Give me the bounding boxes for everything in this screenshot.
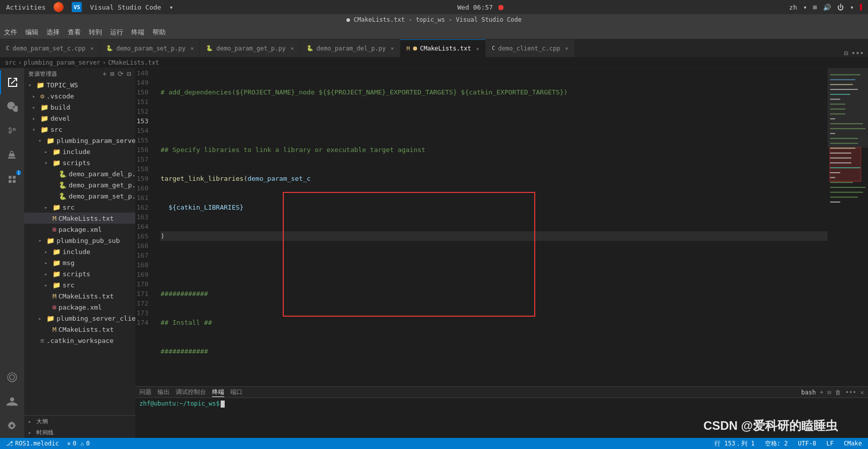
lang-dropdown-icon[interactable]: ▾: [803, 4, 807, 11]
firefox-icon[interactable]: [54, 2, 64, 12]
sidebar-root[interactable]: ▾ 📁 TOPIC_WS: [24, 79, 135, 90]
encoding[interactable]: UTF-8: [796, 438, 818, 449]
sidebar-item-demo-del[interactable]: ▸ 🐍 demo_param_del_p.py: [24, 168, 135, 179]
sidebar-item-vscode[interactable]: ▸ ⚙ .vscode: [24, 90, 135, 102]
terminal-close[interactable]: ✕: [860, 389, 864, 396]
language-mode[interactable]: CMake: [842, 438, 864, 449]
new-file-icon[interactable]: +: [103, 70, 107, 78]
collapse-icon[interactable]: ⊟: [127, 70, 131, 78]
breadcrumb-server[interactable]: plumbing_param_server: [24, 59, 100, 66]
outline-header[interactable]: ▸ 大纲: [24, 416, 135, 427]
settings-activity[interactable]: [0, 414, 24, 438]
sidebar-item-msg[interactable]: ▸ 📁 msg: [24, 257, 135, 268]
network-icon[interactable]: ⊞: [813, 4, 817, 11]
explorer-activity[interactable]: [0, 70, 24, 94]
sidebar-item-plumbing-pub-sub[interactable]: ▾ 📁 plumbing_pub_sub: [24, 235, 135, 246]
tab-demo-param-get-p[interactable]: 🐍 demo_param_get_p.py ✕: [200, 39, 300, 57]
sidebar-item-cmake2[interactable]: ▸ M CMakeLists.txt: [24, 290, 135, 302]
remote-activity[interactable]: [0, 365, 24, 389]
code-content[interactable]: # add_dependencies(${PROJECT_NAME}_node …: [157, 68, 828, 386]
app-dropdown[interactable]: ▾: [169, 4, 173, 11]
sidebar-item-catkin[interactable]: ▸ ≡ .catkin_workspace: [24, 335, 135, 346]
breadcrumb-file[interactable]: CMakeLists.txt: [108, 59, 159, 66]
root-label: TOPIC_WS: [46, 81, 78, 89]
git-branch[interactable]: ⎇ ROS1.melodic: [4, 438, 61, 449]
run-debug-activity[interactable]: [0, 143, 24, 167]
sidebar-item-include2[interactable]: ▸ 📁 include: [24, 246, 135, 257]
menu-select[interactable]: 选择: [46, 28, 60, 37]
tab-demo-client-c[interactable]: C demo_client_c.cpp ✕: [486, 39, 575, 57]
sidebar-item-server-client[interactable]: ▸ 📁 plumbing_server_client: [24, 313, 135, 324]
menu-help[interactable]: 帮助: [152, 28, 166, 37]
sidebar-item-package-xml[interactable]: ▸ ⊞ package.xml: [24, 224, 135, 235]
terminal-split[interactable]: ⊟: [828, 389, 831, 396]
menu-terminal[interactable]: 终端: [131, 28, 144, 37]
tab-close[interactable]: ✕: [190, 45, 193, 51]
panel-right: zh ▾ ⊞ 🔊 ⏻ ▾: [789, 4, 862, 11]
sidebar-item-cmake3[interactable]: ▸ M CMakeLists.txt: [24, 324, 135, 335]
activities-button[interactable]: Activities: [6, 4, 45, 11]
sidebar-item-src3[interactable]: ▸ 📁 src: [24, 279, 135, 290]
tab-demo-param-del-p[interactable]: 🐍 demo_param_del_p.py ✕: [300, 39, 400, 57]
terminal-tab-output[interactable]: 输出: [158, 388, 170, 396]
tab-cmakelists[interactable]: M CMakeLists.txt ✕: [400, 39, 486, 57]
sidebar-item-plumbing-param-server[interactable]: ▾ 📁 plumbing_param_server: [24, 135, 135, 146]
sidebar-item-include[interactable]: ▸ 📁 include: [24, 146, 135, 157]
terminal-dots[interactable]: •••: [845, 389, 856, 396]
sidebar-item-devel[interactable]: ▸ 📁 devel: [24, 113, 135, 124]
tab-close[interactable]: ✕: [291, 45, 294, 51]
tab-demo-param-set-c[interactable]: C demo_param_set_c.cpp ✕: [0, 39, 100, 57]
sidebar-item-cmakelists[interactable]: ▸ M CMakeLists.txt: [24, 213, 135, 224]
timeline-header[interactable]: ▸ 时间线: [24, 427, 135, 438]
item-arrow: ▸: [44, 271, 50, 277]
sidebar-item-src[interactable]: ▾ 📁 src: [24, 124, 135, 135]
sidebar-item-src2[interactable]: ▸ 📁 src: [24, 202, 135, 213]
terminal-content[interactable]: zhf@ubuntu:~/topic_ws$: [135, 398, 868, 410]
vscode-icon[interactable]: VS: [72, 2, 82, 12]
sidebar-item-build[interactable]: ▸ 📁 build: [24, 102, 135, 113]
tab-close[interactable]: ✕: [391, 45, 394, 51]
menu-run[interactable]: 运行: [110, 28, 123, 37]
terminal-trash[interactable]: 🗑: [835, 389, 841, 396]
menu-view[interactable]: 查看: [68, 28, 81, 37]
split-editor-icon[interactable]: ⊟: [844, 49, 848, 57]
errors-warnings[interactable]: ✕ 0 ⚠ 0: [65, 438, 92, 449]
sidebar-item-package2[interactable]: ▸ ⊞ package.xml: [24, 302, 135, 313]
breadcrumb-src[interactable]: src: [5, 59, 16, 66]
menu-edit[interactable]: 编辑: [25, 28, 38, 37]
tab-close[interactable]: ✕: [565, 45, 568, 51]
sound-icon[interactable]: 🔊: [823, 4, 831, 11]
menu-file[interactable]: 文件: [4, 28, 17, 37]
source-control-activity[interactable]: [0, 119, 24, 143]
sidebar-item-demo-set[interactable]: ▸ 🐍 demo_param_set_p.py: [24, 190, 135, 202]
cursor-position[interactable]: 行 153，列 1: [712, 438, 756, 449]
line-ending[interactable]: LF: [824, 438, 835, 449]
terminal-tab-ports[interactable]: 端口: [230, 388, 242, 396]
tab-close[interactable]: ✕: [476, 46, 479, 52]
tab-close[interactable]: ✕: [90, 45, 93, 51]
svg-rect-21: [830, 167, 860, 168]
search-activity[interactable]: [0, 94, 24, 119]
indentation[interactable]: 空格: 2: [763, 438, 790, 449]
terminal-new[interactable]: +: [820, 389, 824, 396]
menu-goto[interactable]: 转到: [89, 28, 102, 37]
power-icon[interactable]: ⏻: [837, 4, 844, 11]
extensions-activity[interactable]: 1: [0, 167, 24, 191]
item-label: plumbing_param_server: [57, 137, 135, 144]
terminal-tab-debug[interactable]: 调试控制台: [176, 388, 206, 396]
more-actions-icon[interactable]: •••: [851, 49, 864, 57]
settings-dropdown[interactable]: ▾: [850, 4, 854, 11]
refresh-icon[interactable]: ⟳: [118, 70, 124, 78]
sidebar-item-scripts2[interactable]: ▸ 📁 scripts: [24, 268, 135, 279]
tab-demo-param-set-p[interactable]: 🐍 demo_param_set_p.py ✕: [100, 39, 200, 57]
account-activity[interactable]: [0, 389, 24, 414]
sidebar-item-scripts[interactable]: ▾ 📁 scripts: [24, 157, 135, 168]
app-name[interactable]: Visual Studio Code: [90, 4, 161, 11]
item-label: include: [63, 248, 90, 256]
sidebar-item-demo-get[interactable]: ▸ 🐍 demo_param_get_p.py: [24, 179, 135, 190]
lang-indicator[interactable]: zh: [789, 4, 797, 11]
terminal-tab-terminal[interactable]: 终端: [212, 388, 224, 397]
terminal-tab-problems[interactable]: 问题: [139, 388, 151, 396]
window-close-btn[interactable]: [860, 4, 862, 11]
new-folder-icon[interactable]: ⊞: [110, 70, 115, 78]
